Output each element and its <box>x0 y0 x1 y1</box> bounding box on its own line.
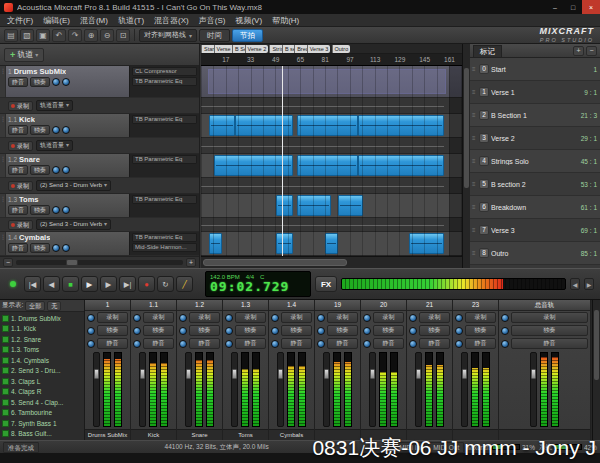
record-arm-button[interactable]: 录制 <box>281 312 312 323</box>
marker-row[interactable]: ≡ 5 B section 2 53 : 1 <box>470 173 600 196</box>
mixer-track-list-item[interactable]: 1.1. Kick <box>0 324 84 335</box>
mixer-channel-strip[interactable]: 1.3 录制 独奏 静音 <box>223 300 269 440</box>
mixer-track-list-item[interactable]: 1.4. Cymbals <box>0 355 84 366</box>
marker-grip[interactable]: ≡ <box>472 112 477 118</box>
channel-knob[interactable] <box>179 327 187 335</box>
zoom-out-button[interactable]: − <box>3 258 13 267</box>
mixer-track-list-item[interactable]: 1.2. Snare <box>0 334 84 345</box>
audio-clip[interactable] <box>358 155 444 176</box>
channel-knob[interactable] <box>87 327 95 335</box>
volume-fader[interactable] <box>461 352 468 427</box>
audio-clip[interactable] <box>209 115 236 136</box>
pan-knob[interactable] <box>52 244 60 252</box>
audio-clip[interactable] <box>409 233 443 254</box>
marker-row[interactable]: ≡ 8 Outro 85 : 1 <box>470 242 600 265</box>
mixer-track-list-item[interactable]: 1.3. Toms <box>0 345 84 356</box>
record-arm-button[interactable]: 录制 <box>465 312 496 323</box>
zoom-in-icon[interactable]: ⊕ <box>84 29 98 42</box>
beat-display-toggle[interactable]: 节拍 <box>232 29 263 42</box>
mute-button[interactable]: 静音 <box>8 243 28 253</box>
solo-button[interactable]: 独奏 <box>327 325 358 336</box>
volume-knob[interactable] <box>62 126 70 134</box>
pan-knob[interactable] <box>52 166 60 174</box>
menu-item[interactable]: 编辑(E) <box>38 15 75 26</box>
pan-knob[interactable] <box>52 206 60 214</box>
minimize-button[interactable]: – <box>546 0 564 14</box>
marker-grip[interactable]: ≡ <box>472 250 477 256</box>
play-button[interactable]: ▶ <box>81 276 98 292</box>
solo-button[interactable]: 独奏 <box>465 325 496 336</box>
channel-knob[interactable] <box>271 327 279 335</box>
mute-button[interactable]: 静音 <box>8 77 28 87</box>
mixer-track-list-item[interactable]: 3. Claps L <box>0 376 84 387</box>
channel-knob[interactable] <box>271 314 279 322</box>
mute-button[interactable]: 静音 <box>281 338 312 349</box>
marker-grip[interactable]: ≡ <box>472 181 477 187</box>
automation-record-button[interactable]: 录制 <box>8 141 33 151</box>
record-arm-button[interactable]: 录制 <box>143 312 174 323</box>
markers-tab[interactable]: 标记 <box>473 45 502 57</box>
marker-flag[interactable]: Verse 2 <box>245 45 269 53</box>
zoom-in-button[interactable]: + <box>186 258 196 267</box>
fx-chain-box[interactable]: TB Parametric Eq <box>129 154 199 177</box>
mixer-track-list-item[interactable]: 2. Send 3 - Dru... <box>0 366 84 377</box>
scrollbar-thumb[interactable] <box>594 310 599 380</box>
record-arm-button[interactable]: 录制 <box>327 312 358 323</box>
marker-grip[interactable]: ≡ <box>472 158 477 164</box>
fx-slot[interactable]: TB Parametric Eq <box>132 77 197 86</box>
channel-knob[interactable] <box>409 340 417 348</box>
mixer-channel-strip[interactable]: 1.2 录制 独奏 静音 <box>177 300 223 440</box>
mixer-track-list-item[interactable]: 8. Bass Guit... <box>0 429 84 440</box>
solo-button[interactable]: 独奏 <box>281 325 312 336</box>
volume-knob[interactable] <box>62 166 70 174</box>
forward-button[interactable]: ▶ <box>100 276 117 292</box>
marker-grip[interactable]: ≡ <box>472 227 477 233</box>
channel-knob[interactable] <box>455 327 463 335</box>
fx-chain-box[interactable]: TB Parametric Eq <box>129 114 199 137</box>
channel-knob[interactable] <box>409 327 417 335</box>
solo-button[interactable]: 独奏 <box>511 325 588 336</box>
mute-button[interactable]: 静音 <box>511 338 588 349</box>
arrangement-area[interactable] <box>201 66 462 256</box>
menu-item[interactable]: 帮助(H) <box>267 15 304 26</box>
mixer-channel-strip[interactable]: 1.1 录制 独奏 静音 <box>131 300 177 440</box>
zoom-slider-thumb[interactable] <box>66 259 78 266</box>
mixer-scrollbar[interactable] <box>592 300 600 440</box>
menu-item[interactable]: 视频(V) <box>230 15 267 26</box>
mixer-track-list-item[interactable]: 5. Send 4 - Clap... <box>0 397 84 408</box>
automation-record-button[interactable]: 录制 <box>8 101 33 111</box>
mixer-channel-strip[interactable]: 1 录制 独奏 静音 <box>85 300 131 440</box>
record-arm-button[interactable]: 录制 <box>511 312 588 323</box>
channel-knob[interactable] <box>87 340 95 348</box>
timeline-row-drums-submix[interactable] <box>201 66 462 98</box>
open-project-icon[interactable]: ▧ <box>20 29 34 42</box>
mute-button[interactable]: 静音 <box>327 338 358 349</box>
timeline-horizontal-scrollbar[interactable] <box>201 256 462 268</box>
track-row[interactable]: ⋮ 1.1 Kick 静音 独奏 <box>0 114 199 138</box>
mixer-channel-strip[interactable]: 1.4 录制 独奏 静音 <box>269 300 315 440</box>
fx-chain-box[interactable]: TB Parametric Eq Mid-Side Harmon... <box>129 232 199 255</box>
show-no-meters-button[interactable]: 无 <box>47 301 61 311</box>
channel-knob[interactable] <box>317 327 325 335</box>
solo-button[interactable]: 独奏 <box>30 205 50 215</box>
menu-item[interactable]: 声音(S) <box>194 15 231 26</box>
timeline-automation-row[interactable] <box>201 178 462 194</box>
mixer-channel-strip[interactable]: 21 录制 独奏 静音 <box>407 300 453 440</box>
go-to-end-button[interactable]: ▶| <box>119 276 136 292</box>
channel-knob[interactable] <box>409 314 417 322</box>
go-to-start-button[interactable]: |◀ <box>24 276 41 292</box>
volume-fader[interactable] <box>185 352 192 427</box>
redo-icon[interactable]: ↷ <box>68 29 82 42</box>
solo-button[interactable]: 独奏 <box>373 325 404 336</box>
scrollbar-thumb[interactable] <box>464 68 469 188</box>
channel-knob[interactable] <box>317 314 325 322</box>
audio-clip[interactable] <box>297 195 331 216</box>
volume-fader[interactable] <box>415 352 422 427</box>
mixer-channel-strip[interactable]: 19 录制 独奏 静音 <box>315 300 361 440</box>
record-button[interactable]: ● <box>138 276 155 292</box>
audio-clip[interactable] <box>276 233 293 254</box>
record-arm-button[interactable]: 录制 <box>373 312 404 323</box>
title-bar[interactable]: Acoustica Mixcraft Pro 8.1 Build 41515 -… <box>0 0 600 14</box>
volume-fader[interactable] <box>139 352 146 427</box>
marker-row[interactable]: ≡ 0 Start 1 <box>470 58 600 81</box>
